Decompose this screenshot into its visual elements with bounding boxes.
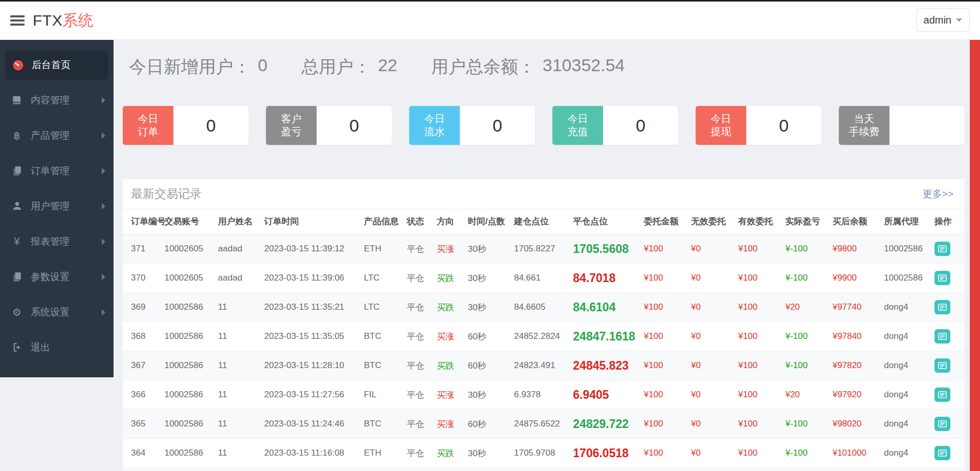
trade-account-cell: 10002586	[161, 410, 215, 439]
actual-profit-cell: ¥20	[782, 468, 829, 471]
user-name-cell: 11	[215, 351, 261, 380]
order-id-cell: 366	[123, 380, 161, 410]
close-price-cell: 1706.0518	[570, 439, 640, 468]
action-cell	[931, 293, 965, 322]
form-icon	[938, 274, 947, 282]
trade-table-body: 37110002605aadad2023-03-15 11:39:12ETH平仓…	[123, 234, 965, 471]
invalid-entrust-cell: ¥0	[688, 468, 735, 471]
post-balance-cell: ¥97920	[830, 380, 881, 410]
table-header-row: 订单编号 交易账号 用户姓名 订单时间 产品信息 状态 方向 时间/点数 建仓点…	[123, 209, 965, 234]
user-name-cell: 11	[215, 380, 261, 410]
duration-cell: 30秒	[465, 264, 511, 293]
card-label: 当天手续费	[839, 106, 889, 145]
admin-username: admin	[924, 14, 951, 26]
sidebar-item-dashboard[interactable]: 后台首页	[5, 50, 108, 80]
duration-cell: 30秒	[465, 234, 511, 264]
stat-value: 0	[258, 55, 268, 79]
col-entrust-amount: 委托金额	[641, 209, 688, 234]
post-balance-cell: ¥101100	[830, 468, 881, 471]
close-price-cell: 84.7018	[570, 264, 640, 293]
order-detail-button[interactable]	[934, 358, 950, 373]
order-detail-button[interactable]	[934, 242, 950, 256]
sidebar-item-label: 订单管理	[31, 164, 102, 178]
sidebar-item-orders[interactable]: 订单管理	[0, 153, 114, 188]
sidebar-item-parameters[interactable]: 参数设置	[0, 259, 114, 294]
hamburger-menu-icon[interactable]	[10, 13, 25, 28]
status-cell: 平仓	[404, 264, 434, 293]
card-label: 今日提现	[696, 106, 746, 145]
status-cell: 平仓	[404, 293, 434, 322]
post-balance-cell: ¥9900	[830, 264, 881, 293]
main-content: 今日新增用户： 0 总用户： 22 用户总余额： 310352.54 今日订单 …	[114, 40, 980, 471]
chevron-right-icon	[102, 97, 105, 103]
agent-cell: dong4	[881, 439, 931, 468]
stat-value: 310352.54	[543, 55, 625, 79]
duration-cell: 60秒	[465, 322, 511, 351]
chevron-right-icon	[102, 309, 105, 315]
trade-account-cell: 10002605	[161, 234, 215, 264]
table-row: 36710002586112023-03-15 11:28:10BTC平仓买跌6…	[123, 351, 965, 380]
brand-suffix: 系统	[62, 12, 94, 29]
brand-prefix: FTX	[33, 12, 62, 29]
product-cell: BTC	[361, 410, 404, 439]
post-balance-cell: ¥101000	[830, 439, 881, 468]
admin-user-dropdown[interactable]: admin	[916, 8, 970, 32]
gear-icon: ⚙	[10, 306, 24, 318]
actual-profit-cell: ¥-100	[782, 410, 829, 439]
actual-profit-cell: ¥-100	[782, 234, 829, 264]
user-name-cell: aadad	[215, 264, 261, 293]
open-price-cell: 6.9378	[511, 380, 570, 410]
sidebar-item-products[interactable]: ฿ 产品管理	[0, 118, 114, 153]
order-detail-button[interactable]	[934, 300, 950, 314]
order-detail-button[interactable]	[934, 388, 950, 402]
action-cell	[931, 380, 965, 410]
sidebar-item-users[interactable]: 用户管理	[0, 188, 114, 224]
stat-label: 总用户：	[301, 55, 371, 79]
invalid-entrust-cell: ¥0	[688, 234, 735, 264]
order-detail-button[interactable]	[934, 271, 950, 285]
col-user-name: 用户姓名	[215, 209, 261, 234]
order-detail-button[interactable]	[934, 446, 950, 460]
right-scrollbar[interactable]	[970, 40, 980, 471]
sidebar-item-content[interactable]: 内容管理	[0, 82, 114, 118]
close-price-cell: 1705.5608	[570, 234, 640, 264]
card-today-fees: 当天手续费	[839, 106, 965, 145]
entrust-amount-cell: ¥100	[641, 351, 688, 380]
sidebar-item-system[interactable]: ⚙ 系统设置	[0, 294, 114, 330]
card-customer-pnl: 客户盈亏 0	[266, 106, 392, 145]
post-balance-cell: ¥97840	[830, 322, 881, 351]
table-row: 36510002586112023-03-15 11:24:46BTC平仓买涨6…	[123, 410, 965, 439]
table-row: 37010002605aadad2023-03-15 11:39:06LTC平仓…	[123, 264, 965, 293]
form-icon	[938, 449, 947, 457]
valid-entrust-cell: ¥100	[735, 351, 782, 380]
action-cell	[931, 410, 965, 439]
sidebar-item-reports[interactable]: ¥ 报表管理	[0, 224, 114, 259]
invalid-entrust-cell: ¥0	[688, 351, 735, 380]
pages-icon	[10, 165, 24, 176]
product-cell: ETH	[361, 439, 404, 468]
col-direction: 方向	[434, 209, 465, 234]
duration-cell: 30秒	[465, 380, 511, 410]
sidebar-item-label: 系统设置	[31, 306, 102, 319]
user-name-cell: 11	[215, 322, 261, 351]
table-row: 36610002586112023-03-15 11:27:56FIL平仓买涨3…	[123, 380, 965, 410]
product-cell: BTC	[361, 351, 404, 380]
card-label: 今日流水	[409, 106, 460, 145]
order-detail-button[interactable]	[934, 417, 950, 431]
stat-total-balance: 用户总余额： 310352.54	[431, 55, 625, 79]
action-cell	[931, 264, 965, 293]
entrust-amount-cell: ¥100	[641, 410, 688, 439]
open-price-cell: 84.6605	[511, 293, 570, 322]
more-link[interactable]: 更多>>	[923, 187, 953, 201]
status-cell: 平仓	[404, 234, 434, 264]
sidebar-item-label: 报表管理	[31, 235, 102, 248]
col-duration: 时间/点数	[465, 209, 511, 234]
order-detail-button[interactable]	[934, 329, 950, 344]
sidebar-item-label: 退出	[31, 341, 105, 354]
stat-total-users: 总用户： 22	[301, 55, 397, 79]
logout-icon	[10, 342, 24, 353]
valid-entrust-cell: ¥100	[735, 380, 782, 410]
col-actual-profit: 实际盈亏	[782, 209, 829, 234]
trade-account-cell: 10002586	[161, 468, 215, 471]
sidebar-item-logout[interactable]: 退出	[0, 330, 114, 365]
